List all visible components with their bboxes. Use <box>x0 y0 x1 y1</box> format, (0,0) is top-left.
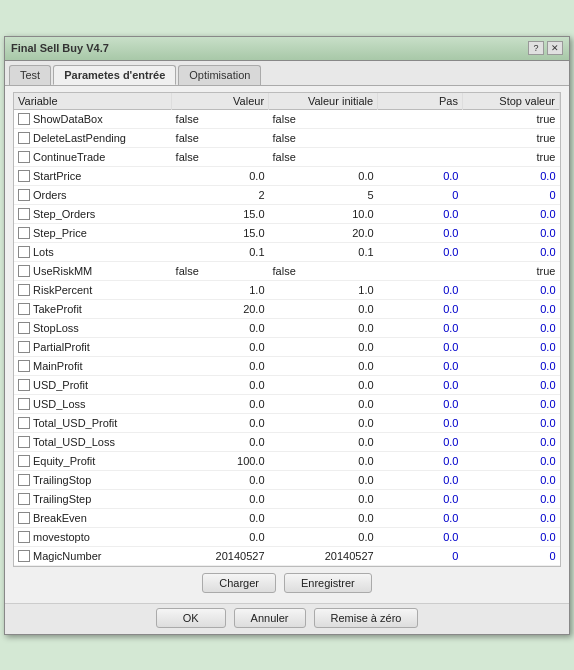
row-checkbox[interactable] <box>18 455 30 467</box>
table-row: Total_USD_Profit0.00.00.00.0 <box>14 413 560 432</box>
col-stop: 0.0 <box>462 432 559 451</box>
tab-content: Variable Valeur Valeur initiale Pas Stop… <box>5 86 569 603</box>
col-initial: false <box>269 109 378 128</box>
row-checkbox[interactable] <box>18 227 30 239</box>
row-checkbox[interactable] <box>18 246 30 258</box>
col-header-variable: Variable <box>14 93 172 110</box>
table-row: Total_USD_Loss0.00.00.00.0 <box>14 432 560 451</box>
variable-name: StartPrice <box>33 170 168 182</box>
row-checkbox[interactable] <box>18 265 30 277</box>
table-row: StartPrice0.00.00.00.0 <box>14 166 560 185</box>
col-stop: 0.0 <box>462 242 559 261</box>
row-checkbox[interactable] <box>18 493 30 505</box>
col-initial: 5 <box>269 185 378 204</box>
col-value: 15.0 <box>172 204 269 223</box>
col-value: 0.0 <box>172 413 269 432</box>
variable-name: DeleteLastPending <box>33 132 168 144</box>
help-button[interactable]: ? <box>528 41 544 55</box>
row-checkbox[interactable] <box>18 322 30 334</box>
variable-name: USD_Loss <box>33 398 168 410</box>
col-value: 0.0 <box>172 508 269 527</box>
row-checkbox[interactable] <box>18 531 30 543</box>
row-checkbox[interactable] <box>18 151 30 163</box>
col-pas: 0.0 <box>378 508 463 527</box>
row-checkbox[interactable] <box>18 417 30 429</box>
col-pas: 0.0 <box>378 337 463 356</box>
col-initial: 0.1 <box>269 242 378 261</box>
ok-button[interactable]: OK <box>156 608 226 628</box>
parameters-table-wrapper: Variable Valeur Valeur initiale Pas Stop… <box>13 92 561 567</box>
col-initial: 0.0 <box>269 166 378 185</box>
tab-optimisation[interactable]: Optimisation <box>178 65 261 85</box>
row-checkbox[interactable] <box>18 512 30 524</box>
variable-name: ContinueTrade <box>33 151 168 163</box>
row-checkbox[interactable] <box>18 341 30 353</box>
col-value: 0.0 <box>172 470 269 489</box>
row-checkbox[interactable] <box>18 360 30 372</box>
col-initial: false <box>269 261 378 280</box>
enregistrer-button[interactable]: Enregistrer <box>284 573 372 593</box>
remise-button[interactable]: Remise à zéro <box>314 608 419 628</box>
col-stop: true <box>462 109 559 128</box>
col-initial: 0.0 <box>269 527 378 546</box>
table-body: ShowDataBoxfalsefalsetrueDeleteLastPendi… <box>14 109 560 565</box>
row-checkbox[interactable] <box>18 284 30 296</box>
row-checkbox[interactable] <box>18 132 30 144</box>
col-pas <box>378 109 463 128</box>
charger-button[interactable]: Charger <box>202 573 276 593</box>
variable-name: ShowDataBox <box>33 113 168 125</box>
col-header-stop: Stop valeur <box>462 93 559 110</box>
tab-parametres[interactable]: Parametes d'entrée <box>53 65 176 85</box>
row-checkbox[interactable] <box>18 113 30 125</box>
col-pas: 0.0 <box>378 527 463 546</box>
row-checkbox[interactable] <box>18 398 30 410</box>
row-checkbox[interactable] <box>18 474 30 486</box>
col-value: 0.0 <box>172 527 269 546</box>
table-row: TakeProfit20.00.00.00.0 <box>14 299 560 318</box>
annuler-button[interactable]: Annuler <box>234 608 306 628</box>
variable-name: USD_Profit <box>33 379 168 391</box>
col-stop: 0.0 <box>462 489 559 508</box>
parameters-table: Variable Valeur Valeur initiale Pas Stop… <box>14 93 560 566</box>
table-row: Equity_Profit100.00.00.00.0 <box>14 451 560 470</box>
row-checkbox[interactable] <box>18 208 30 220</box>
row-checkbox[interactable] <box>18 303 30 315</box>
window-title: Final Sell Buy V4.7 <box>11 42 109 54</box>
col-stop: 0.0 <box>462 337 559 356</box>
close-button[interactable]: ✕ <box>547 41 563 55</box>
row-checkbox[interactable] <box>18 189 30 201</box>
tab-test[interactable]: Test <box>9 65 51 85</box>
col-pas: 0.0 <box>378 451 463 470</box>
bottom-buttons: OK Annuler Remise à zéro <box>5 603 569 634</box>
table-row: USD_Profit0.00.00.00.0 <box>14 375 560 394</box>
row-checkbox[interactable] <box>18 379 30 391</box>
col-stop: 0.0 <box>462 394 559 413</box>
col-initial: 0.0 <box>269 356 378 375</box>
col-pas <box>378 147 463 166</box>
col-value: 0.0 <box>172 166 269 185</box>
col-pas: 0.0 <box>378 375 463 394</box>
title-bar: Final Sell Buy V4.7 ? ✕ <box>5 37 569 61</box>
col-stop: 0.0 <box>462 166 559 185</box>
col-value: 0.0 <box>172 356 269 375</box>
col-initial: 0.0 <box>269 337 378 356</box>
col-pas: 0.0 <box>378 299 463 318</box>
col-initial: 0.0 <box>269 508 378 527</box>
table-row: ContinueTradefalsefalsetrue <box>14 147 560 166</box>
row-checkbox[interactable] <box>18 436 30 448</box>
col-pas: 0.0 <box>378 413 463 432</box>
col-pas: 0.0 <box>378 489 463 508</box>
col-value: 0.0 <box>172 432 269 451</box>
col-value: false <box>172 147 269 166</box>
table-row: BreakEven0.00.00.00.0 <box>14 508 560 527</box>
row-checkbox[interactable] <box>18 550 30 562</box>
table-row: DeleteLastPendingfalsefalsetrue <box>14 128 560 147</box>
row-checkbox[interactable] <box>18 170 30 182</box>
col-header-valeur: Valeur <box>172 93 269 110</box>
table-row: Orders2500 <box>14 185 560 204</box>
col-stop: 0.0 <box>462 223 559 242</box>
table-row: movestopto0.00.00.00.0 <box>14 527 560 546</box>
col-pas: 0 <box>378 546 463 565</box>
table-row: RiskPercent1.01.00.00.0 <box>14 280 560 299</box>
variable-name: movestopto <box>33 531 168 543</box>
